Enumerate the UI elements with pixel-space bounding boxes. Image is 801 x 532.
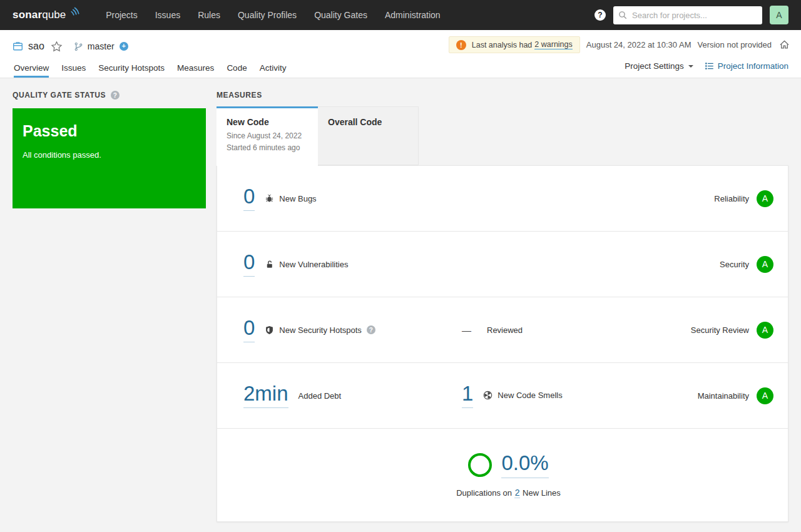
nav-item-projects[interactable]: Projects	[97, 0, 146, 30]
tab-overall-code[interactable]: Overall Code	[318, 106, 419, 165]
overall-code-tab-label: Overall Code	[328, 117, 408, 127]
warning-icon: !	[456, 40, 466, 50]
maintainability-rating-badge: A	[757, 387, 773, 404]
project-icon	[13, 41, 23, 52]
new-vulnerabilities-label-group: New Vulnerabilities	[265, 260, 348, 269]
tab-overview[interactable]: Overview	[14, 60, 49, 78]
shield-icon	[265, 325, 274, 335]
logo-text-sonar: sonar	[13, 9, 42, 21]
duplications-suffix: New Lines	[523, 488, 561, 498]
code-smell-icon	[483, 391, 492, 400]
quality-gate-help-icon[interactable]: ?	[111, 91, 120, 100]
measures-heading-text: MEASURES	[217, 91, 262, 100]
reviewed-group: — Reviewed	[462, 325, 523, 335]
project-meta: ! Last analysis had 2 warnings August 24…	[449, 36, 790, 53]
security-review-rating-badge: A	[757, 322, 773, 339]
new-bugs-label: New Bugs	[279, 194, 316, 203]
nav-item-quality-profiles[interactable]: Quality Profiles	[229, 0, 305, 30]
new-hotspots-label: New Security Hotspots	[279, 325, 362, 335]
added-debt-label-group: Added Debt	[298, 391, 342, 401]
topnav-right: ? A	[594, 6, 788, 24]
duplications-main: 0.0%	[468, 453, 548, 478]
hotspots-help-icon[interactable]: ?	[367, 325, 375, 334]
logo-text-qube: qube	[42, 9, 66, 21]
duplications-prefix: Duplications on	[456, 488, 512, 498]
security-rating-badge: A	[757, 256, 773, 273]
security-row: 0 New Vulnerabilities Security A	[217, 232, 788, 297]
duplications-value[interactable]: 0.0%	[501, 453, 548, 478]
project-name: sao	[28, 41, 44, 52]
main-nav: Projects Issues Rules Quality Profiles Q…	[97, 0, 449, 30]
project-version: Version not provided	[697, 40, 772, 49]
new-vulnerabilities-value[interactable]: 0	[243, 252, 255, 277]
reliability-rating-badge: A	[757, 190, 773, 207]
maintainability-label: Maintainability	[698, 391, 749, 401]
new-code-since: Since August 24, 2022	[227, 131, 308, 140]
reliability-label: Reliability	[714, 194, 749, 203]
tab-issues[interactable]: Issues	[61, 60, 86, 78]
analysis-warning-box: ! Last analysis had 2 warnings	[449, 36, 580, 53]
new-bugs-value[interactable]: 0	[243, 186, 255, 212]
favorite-star-icon[interactable]	[51, 41, 63, 53]
quality-gate-status: Passed	[23, 122, 196, 140]
quality-gate-heading: QUALITY GATE STATUS ?	[13, 91, 120, 100]
new-lines-link[interactable]: 2	[514, 488, 521, 498]
tab-measures[interactable]: Measures	[177, 60, 214, 78]
reviewed-value: —	[462, 325, 471, 335]
branch-icon	[74, 42, 83, 51]
new-bugs-label-group: New Bugs	[265, 194, 316, 203]
code-smells-label-group: New Code Smells	[483, 391, 562, 400]
sonarqube-app: sonarqube Projects Issues Rules Quality …	[0, 0, 801, 532]
duplication-ring-icon	[468, 453, 492, 477]
security-review-row: 0 New Security Hotspots ? — Reviewed	[217, 297, 788, 363]
search-box	[613, 6, 762, 24]
project-information-link[interactable]: Project Information	[705, 61, 788, 71]
project-tabs: Overview Issues Security Hotspots Measur…	[8, 60, 292, 78]
new-vulnerabilities-label: New Vulnerabilities	[279, 260, 348, 269]
security-rating-group: Security A	[720, 256, 773, 273]
new-hotspots-value[interactable]: 0	[243, 317, 255, 343]
quality-gate-heading-text: QUALITY GATE STATUS	[13, 91, 106, 100]
branch-section: master +	[74, 41, 128, 51]
sonarqube-logo[interactable]: sonarqube	[13, 9, 81, 21]
open-lock-icon	[265, 260, 274, 269]
security-review-label: Security Review	[691, 325, 749, 335]
measures-card: 0 New Bugs Reliability A	[217, 165, 788, 522]
project-settings-label: Project Settings	[625, 61, 684, 71]
new-code-started: Started 6 minutes ago	[227, 143, 308, 152]
tab-activity[interactable]: Activity	[260, 60, 287, 78]
duplications-caption: Duplications on 2 New Lines	[456, 488, 561, 498]
nav-item-quality-gates[interactable]: Quality Gates	[305, 0, 376, 30]
list-icon	[705, 61, 714, 71]
tab-new-code[interactable]: New Code Since August 24, 2022 Started 6…	[217, 106, 318, 166]
quality-gate-status-box: Passed All conditions passed.	[13, 108, 206, 208]
added-debt-label: Added Debt	[298, 391, 342, 401]
quality-gate-message: All conditions passed.	[23, 150, 196, 160]
reviewed-label: Reviewed	[487, 325, 523, 335]
branch-name: master	[88, 41, 115, 51]
code-smells-group: 1 New Code Smells	[462, 383, 563, 409]
bug-icon	[265, 194, 274, 203]
reliability-row: 0 New Bugs Reliability A	[217, 166, 788, 232]
security-label: Security	[720, 260, 749, 269]
search-input[interactable]	[613, 6, 762, 24]
nav-item-rules[interactable]: Rules	[189, 0, 229, 30]
new-code-smells-value[interactable]: 1	[462, 383, 473, 409]
chevron-down-icon	[688, 65, 693, 68]
new-code-smells-label: New Code Smells	[497, 391, 562, 400]
tab-security-hotspots[interactable]: Security Hotspots	[98, 60, 165, 78]
nav-item-administration[interactable]: Administration	[376, 0, 449, 30]
tab-code[interactable]: Code	[227, 60, 247, 78]
maintainability-rating-group: Maintainability A	[698, 387, 773, 404]
added-debt-value[interactable]: 2min	[243, 383, 288, 409]
top-navbar: sonarqube Projects Issues Rules Quality …	[0, 0, 801, 30]
nav-item-issues[interactable]: Issues	[146, 0, 189, 30]
home-icon[interactable]	[779, 39, 790, 50]
add-branch-icon[interactable]: +	[120, 42, 128, 51]
overview-content: QUALITY GATE STATUS ? Passed All conditi…	[0, 78, 801, 532]
help-icon[interactable]: ?	[594, 9, 606, 21]
project-settings-dropdown[interactable]: Project Settings	[625, 61, 693, 71]
warnings-link[interactable]: 2 warnings	[534, 40, 572, 49]
logo-waves-icon	[66, 10, 81, 20]
user-avatar[interactable]: A	[770, 6, 788, 24]
